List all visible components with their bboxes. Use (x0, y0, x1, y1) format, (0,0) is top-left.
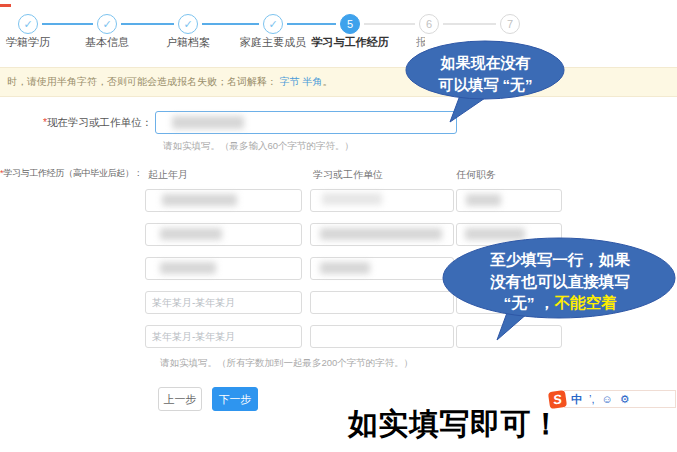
history-help: 请如实填写。（所有字数加到一起最多200个字节的字符。） (160, 357, 413, 370)
step-number: 5 (347, 18, 353, 30)
notice-text: 时，请使用半角字符，否则可能会造成报名失败；名词解释： (7, 76, 277, 87)
step-6-circle[interactable]: 6 (419, 14, 439, 34)
ime-emoji-icon[interactable]: ☺ (602, 393, 613, 405)
stepper-connector (42, 23, 93, 25)
history-label-text: 学习与工作经历（高中毕业后起）： (3, 168, 142, 178)
ime-chinese-mode-icon[interactable]: 中 (571, 392, 582, 407)
redacted-text (320, 228, 442, 240)
step-1-label[interactable]: 学籍学历 (6, 35, 50, 50)
ime-punctuation-icon[interactable]: ’, (589, 393, 595, 405)
check-icon: ✓ (23, 18, 32, 30)
step-2-label[interactable]: 基本信息 (85, 35, 129, 50)
ime-settings-icon[interactable]: ⚙ (620, 393, 630, 406)
check-icon: ✓ (183, 18, 192, 30)
redacted-text (160, 262, 216, 274)
notice-bar: 时，请使用半角字符，否则可能会造成报名失败；名词解释： 字节 半角。 (0, 67, 677, 97)
work-unit-label: *现在学习或工作单位： (0, 116, 152, 130)
red-dash-mark (0, 4, 11, 7)
next-step-button[interactable]: 下一步 (212, 387, 258, 411)
annotation-text: 如实填写即可！ (348, 404, 562, 445)
callout-2-highlight: 不能空着 (554, 294, 616, 311)
step-3-label[interactable]: 户籍档案 (166, 35, 210, 50)
step-5-label[interactable]: 学习与工作经历 (312, 35, 389, 50)
redacted-text (322, 193, 382, 205)
ime-toolbar-items: 中 ’, ☺ ⚙ (564, 390, 676, 408)
col-header-unit: 学习或工作单位 (313, 168, 383, 182)
ime-toolbar: S 中 ’, ☺ ⚙ (549, 390, 676, 408)
step-7-circle[interactable]: 7 (500, 14, 520, 34)
page: ✓ ✓ ✓ ✓ 5 6 7 学籍学历 基本信息 户籍档案 家庭主要成员 学习与工… (0, 0, 677, 452)
work-unit-label-text: 现在学习或工作单位： (47, 116, 152, 128)
callout-1-line2: 可以填写 “无” (408, 74, 563, 96)
history-row5-dates-input[interactable] (145, 325, 302, 348)
redacted-text (160, 228, 222, 240)
step-3-circle[interactable]: ✓ (178, 14, 198, 34)
callout-1-text: 如果现在没有 可以填写 “无” (408, 52, 563, 96)
step-4-circle[interactable]: ✓ (263, 14, 283, 34)
redacted-text (320, 262, 370, 274)
notice-suffix: 。 (323, 76, 333, 87)
col-header-position: 任何职务 (456, 168, 496, 182)
step-4-label[interactable]: 家庭主要成员 (240, 35, 306, 50)
callout-2-line3-prefix: “无” ， (504, 294, 555, 311)
link-halfwidth[interactable]: 半角 (303, 76, 323, 87)
step-number: 7 (507, 18, 513, 30)
redacted-text (172, 116, 244, 129)
stepper-connector (443, 23, 496, 25)
history-row4-dates-input[interactable] (145, 291, 302, 314)
redacted-text (162, 194, 237, 206)
link-byte[interactable]: 字节 (280, 76, 300, 87)
redacted-text (466, 194, 501, 206)
history-section-label: *学习与工作经历（高中毕业后起）： (0, 167, 142, 180)
callout-2-line2: 没有也可以直接填写 (448, 271, 672, 293)
col-header-dates: 起止年月 (148, 168, 188, 182)
history-row4-unit-input[interactable] (310, 291, 454, 314)
prev-step-button[interactable]: 上一步 (158, 387, 202, 411)
step-2-circle[interactable]: ✓ (97, 14, 117, 34)
step-number: 6 (426, 18, 432, 30)
stepper-connector (202, 23, 259, 25)
stepper-connector (287, 23, 336, 25)
step-1-circle[interactable]: ✓ (18, 14, 38, 34)
history-row5-unit-input[interactable] (310, 325, 454, 348)
stepper-connector (121, 23, 174, 25)
callout-2-line1: 至少填写一行，如果 (448, 249, 672, 271)
callout-2-text: 至少填写一行，如果 没有也可以直接填写 “无” ，不能空着 (448, 249, 672, 314)
stepper-connector (364, 23, 415, 25)
callout-2-line3: “无” ，不能空着 (448, 292, 672, 314)
check-icon: ✓ (102, 18, 111, 30)
check-icon: ✓ (268, 18, 277, 30)
callout-1-line1: 如果现在没有 (408, 52, 563, 74)
step-5-circle[interactable]: 5 (340, 14, 360, 34)
work-unit-help: 请如实填写。（最多输入60个字节的字符。） (163, 140, 354, 153)
sogou-logo-icon[interactable]: S (548, 389, 567, 408)
